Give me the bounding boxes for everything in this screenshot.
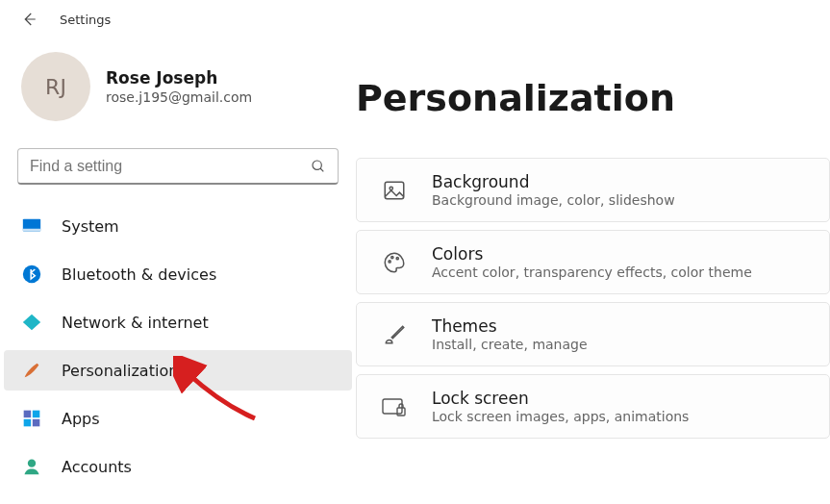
main-content: Personalization Background Background im… [356, 38, 830, 504]
back-button[interactable] [19, 10, 38, 29]
titlebar: Settings [0, 0, 830, 38]
search-box[interactable] [17, 148, 339, 185]
sidebar-item-apps[interactable]: Apps [4, 398, 352, 439]
palette-icon [380, 248, 409, 277]
brush-icon [380, 320, 409, 349]
svg-rect-2 [23, 229, 40, 232]
settings-cards: Background Background image, color, slid… [356, 158, 830, 439]
sidebar-item-label: Accounts [62, 458, 132, 476]
card-themes[interactable]: Themes Install, create, manage [356, 302, 830, 366]
paintbrush-icon [21, 360, 42, 381]
avatar: RJ [21, 52, 90, 121]
back-arrow-icon [20, 11, 38, 28]
profile-block[interactable]: RJ Rose Joseph rose.j195@gmail.com [0, 52, 356, 121]
sidebar-item-network[interactable]: Network & internet [4, 302, 352, 342]
card-subtitle: Lock screen images, apps, animations [432, 409, 689, 424]
svg-point-11 [389, 260, 390, 262]
picture-icon [380, 176, 409, 205]
card-title: Themes [432, 316, 588, 336]
sidebar-item-personalization[interactable]: Personalization [4, 350, 352, 391]
page-title: Personalization [356, 77, 830, 119]
card-title: Lock screen [432, 389, 689, 408]
sidebar-item-label: System [62, 217, 119, 236]
sidebar-item-label: Personalization [62, 362, 178, 380]
lockscreen-icon [380, 392, 409, 421]
svg-rect-15 [397, 408, 405, 416]
sidebar-item-system[interactable]: System [4, 206, 352, 246]
card-lockscreen[interactable]: Lock screen Lock screen images, apps, an… [356, 374, 830, 439]
svg-point-3 [23, 265, 40, 283]
card-title: Background [432, 172, 675, 191]
svg-rect-7 [33, 419, 40, 427]
sidebar-item-label: Bluetooth & devices [62, 265, 216, 284]
apps-icon [21, 408, 42, 429]
svg-point-12 [391, 256, 393, 258]
sidebar-item-bluetooth[interactable]: Bluetooth & devices [4, 254, 352, 294]
person-icon [21, 456, 42, 477]
svg-rect-5 [33, 411, 40, 418]
bluetooth-icon [21, 264, 42, 285]
sidebar-item-label: Apps [62, 410, 100, 428]
sidebar-item-label: Network & internet [62, 314, 209, 332]
card-title: Colors [432, 244, 752, 264]
card-background[interactable]: Background Background image, color, slid… [356, 158, 830, 222]
monitor-icon [21, 215, 42, 237]
search-icon [299, 159, 338, 174]
svg-point-8 [28, 460, 36, 467]
svg-rect-4 [24, 411, 32, 418]
card-subtitle: Accent color, transparency effects, colo… [432, 265, 752, 280]
card-colors[interactable]: Colors Accent color, transparency effect… [356, 230, 830, 294]
wifi-icon [21, 312, 42, 333]
svg-point-0 [313, 161, 321, 169]
nav-list: System Bluetooth & devices Network & int… [0, 206, 356, 487]
card-subtitle: Install, create, manage [432, 337, 588, 352]
svg-rect-6 [24, 419, 32, 427]
card-subtitle: Background image, color, slideshow [432, 192, 675, 208]
sidebar: RJ Rose Joseph rose.j195@gmail.com Syste… [0, 38, 356, 504]
svg-rect-9 [385, 182, 404, 198]
app-title: Settings [60, 13, 111, 27]
svg-point-13 [396, 257, 398, 259]
search-input[interactable] [18, 158, 299, 175]
sidebar-item-accounts[interactable]: Accounts [4, 446, 352, 487]
user-name: Rose Joseph [106, 68, 252, 88]
user-email: rose.j195@gmail.com [106, 89, 252, 105]
